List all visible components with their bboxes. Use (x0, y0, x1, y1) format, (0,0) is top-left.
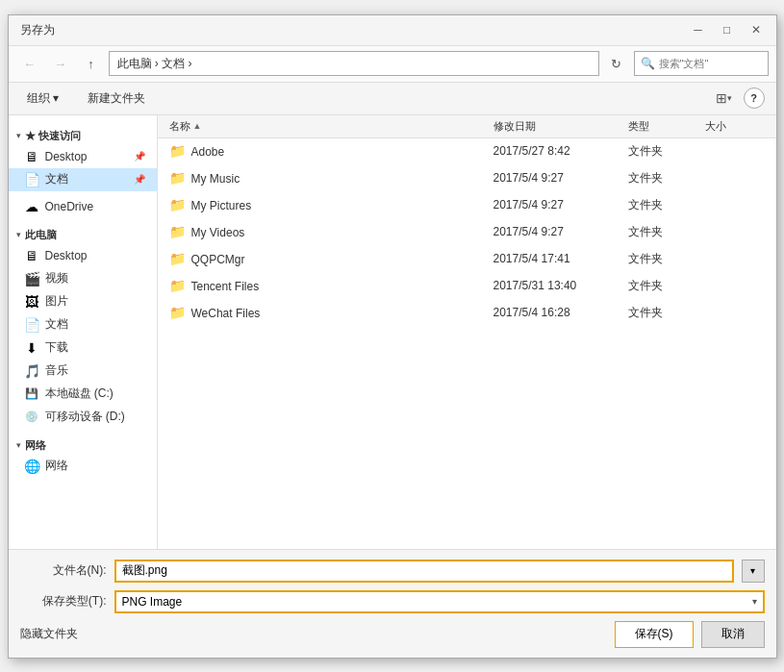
sidebar-item-desktop-pc[interactable]: 🖥 Desktop (9, 244, 157, 267)
hide-folders-toggle[interactable]: 隐藏文件夹 (20, 626, 78, 642)
window-controls: ─ □ ✕ (686, 19, 769, 40)
save-button[interactable]: 保存(S) (615, 621, 694, 648)
view-toggle-button[interactable]: ⊞ ▾ (711, 87, 738, 110)
sidebar-label-local-disk-c: 本地磁盘 (C:) (45, 386, 114, 402)
view-dropdown-icon: ▾ (727, 93, 732, 103)
toolbar-right: ⊞ ▾ ? (711, 87, 765, 110)
documents-pc-icon: 📄 (24, 317, 39, 333)
network-label: 网络 (25, 438, 46, 453)
downloads-icon: ⬇ (24, 340, 39, 356)
sidebar-item-desktop-quick[interactable]: 🖥 Desktop 📌 (9, 145, 157, 168)
filename-dropdown-button[interactable]: ▾ (742, 560, 765, 583)
file-cell-type: 文件夹 (624, 224, 701, 240)
sidebar-label-network: 网络 (45, 458, 68, 474)
search-box[interactable]: 🔍 (634, 51, 769, 76)
table-row[interactable]: 📁Tencent Files 2017/5/31 13:40 文件夹 (158, 273, 776, 300)
up-button[interactable]: ↑ (78, 51, 105, 76)
col-type-label: 类型 (628, 119, 649, 134)
refresh-button[interactable]: ↻ (603, 51, 630, 76)
sidebar-item-music[interactable]: 🎵 音乐 (9, 360, 157, 383)
sidebar-item-network[interactable]: 🌐 网络 (9, 455, 157, 478)
file-cell-type: 文件夹 (624, 305, 701, 321)
filetype-value: PNG Image (122, 595, 183, 609)
action-buttons: 保存(S) 取消 (615, 621, 765, 648)
col-size-label: 大小 (705, 119, 726, 134)
col-header-type[interactable]: 类型 (624, 119, 701, 134)
dialog-title: 另存为 (20, 22, 55, 38)
file-cell-date: 2017/5/4 16:28 (490, 306, 624, 319)
col-header-name[interactable]: 名称 ▲ (165, 119, 490, 134)
main-area: ▾ ★ 快速访问 🖥 Desktop 📌 📄 文档 📌 ☁ OneDrive ▾… (9, 115, 776, 549)
table-row[interactable]: 📁QQPCMgr 2017/5/4 17:41 文件夹 (158, 246, 776, 273)
sidebar-item-videos[interactable]: 🎬 视频 (9, 267, 157, 290)
table-row[interactable]: 📁My Music 2017/5/4 9:27 文件夹 (158, 165, 776, 192)
file-cell-date: 2017/5/4 9:27 (490, 198, 624, 212)
col-header-date[interactable]: 修改日期 (490, 119, 624, 134)
quick-access-header[interactable]: ▾ ★ 快速访问 (9, 123, 157, 145)
table-row[interactable]: 📁WeChat Files 2017/5/4 16:28 文件夹 (158, 300, 776, 327)
sort-arrow-name: ▲ (193, 121, 202, 131)
maximize-button[interactable]: □ (715, 19, 740, 40)
save-dialog: 另存为 ─ □ ✕ ← → ↑ 此电脑 › 文档 › ↻ 🔍 组织 ▾ 新建文件… (8, 14, 777, 659)
close-button[interactable]: ✕ (744, 19, 769, 40)
file-cell-date: 2017/5/4 9:27 (490, 225, 624, 238)
sidebar-item-removable-d[interactable]: 💿 可移动设备 (D:) (9, 406, 157, 429)
folder-icon: 📁 (169, 197, 186, 212)
sidebar-item-documents-pc[interactable]: 📄 文档 (9, 313, 157, 336)
back-button[interactable]: ← (16, 51, 43, 76)
sidebar-label-music: 音乐 (45, 362, 68, 379)
filetype-dropdown-arrow: ▾ (752, 596, 757, 607)
sidebar: ▾ ★ 快速访问 🖥 Desktop 📌 📄 文档 📌 ☁ OneDrive ▾… (9, 115, 158, 549)
sidebar-label-videos: 视频 (45, 270, 68, 286)
quick-access-chevron: ▾ (16, 131, 21, 140)
network-icon: 🌐 (24, 459, 39, 474)
file-list[interactable]: 名称 ▲ 修改日期 类型 大小 📁Adobe 2017/5/27 8:42 文件 (158, 115, 776, 549)
file-cell-name: 📁QQPCMgr (165, 251, 490, 266)
file-cell-type: 文件夹 (624, 251, 701, 267)
organize-button[interactable]: 组织 ▾ (20, 87, 65, 111)
sidebar-item-downloads[interactable]: ⬇ 下载 (9, 336, 157, 360)
pictures-icon: 🖼 (24, 294, 39, 310)
filename-input[interactable] (114, 560, 734, 583)
col-header-size[interactable]: 大小 (701, 119, 769, 134)
folder-icon: 📁 (169, 224, 186, 239)
address-bar: ← → ↑ 此电脑 › 文档 › ↻ 🔍 (9, 46, 776, 83)
col-date-label: 修改日期 (493, 119, 536, 134)
title-bar: 另存为 ─ □ ✕ (9, 15, 776, 46)
search-input[interactable] (659, 58, 762, 69)
forward-button[interactable]: → (47, 51, 74, 76)
folder-icon: 📁 (169, 251, 186, 266)
filename-label: 文件名(N): (20, 562, 107, 579)
sidebar-item-documents-quick[interactable]: 📄 文档 📌 (9, 168, 157, 191)
folder-icon: 📁 (169, 278, 186, 293)
sidebar-label-desktop-quick: Desktop (45, 150, 88, 163)
table-row[interactable]: 📁My Videos 2017/5/4 9:27 文件夹 (158, 219, 776, 246)
network-chevron: ▾ (16, 440, 21, 450)
table-row[interactable]: 📁My Pictures 2017/5/4 9:27 文件夹 (158, 192, 776, 219)
sidebar-item-onedrive[interactable]: ☁ OneDrive (9, 195, 157, 218)
address-path[interactable]: 此电脑 › 文档 › (109, 51, 599, 76)
file-cell-date: 2017/5/4 17:41 (490, 252, 624, 265)
pc-chevron: ▾ (16, 230, 21, 239)
sidebar-item-local-disk-c[interactable]: 💾 本地磁盘 (C:) (9, 383, 157, 406)
sidebar-item-pictures[interactable]: 🖼 图片 (9, 290, 157, 313)
new-folder-button[interactable]: 新建文件夹 (81, 87, 152, 111)
help-button[interactable]: ? (744, 87, 765, 109)
local-disk-c-icon: 💾 (24, 387, 39, 400)
sidebar-label-removable-d: 可移动设备 (D:) (45, 409, 125, 425)
file-cell-type: 文件夹 (624, 143, 701, 160)
cancel-button[interactable]: 取消 (701, 621, 765, 648)
view-icon: ⊞ (716, 90, 727, 106)
network-header[interactable]: ▾ 网络 (9, 433, 157, 455)
pc-header[interactable]: ▾ 此电脑 (9, 222, 157, 244)
removable-d-icon: 💿 (24, 411, 39, 423)
sidebar-label-documents-quick: 文档 (45, 171, 68, 187)
filetype-select[interactable]: PNG Image ▾ (114, 590, 765, 613)
col-name-label: 名称 (169, 119, 190, 134)
minimize-button[interactable]: ─ (686, 19, 711, 40)
file-cell-date: 2017/5/27 8:42 (490, 144, 624, 158)
file-cell-name: 📁Tencent Files (165, 278, 490, 293)
table-row[interactable]: 📁Adobe 2017/5/27 8:42 文件夹 (158, 138, 776, 165)
toolbar: 组织 ▾ 新建文件夹 ⊞ ▾ ? (9, 83, 776, 115)
pin-icon-desktop: 📌 (134, 151, 145, 162)
